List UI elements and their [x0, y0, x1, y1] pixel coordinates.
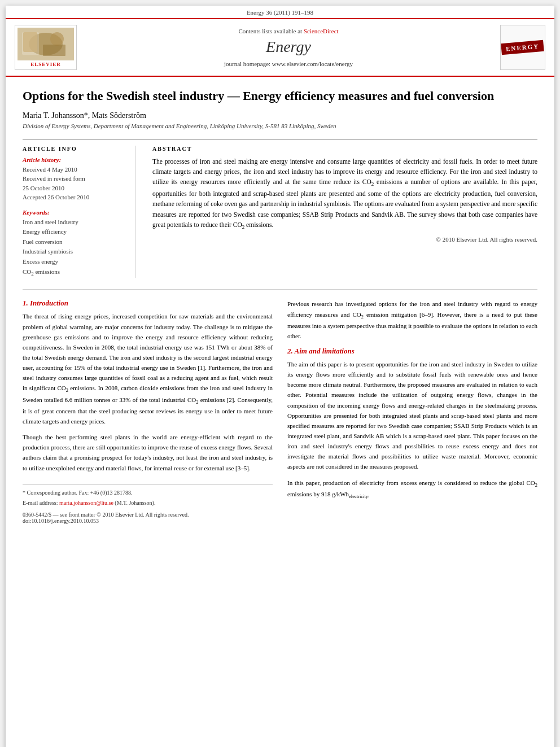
article-history-block: Article history: Received 4 May 2010 Rec…: [23, 156, 126, 202]
article-info-label: ARTICLE INFO: [23, 146, 126, 152]
sciencedirect-prefix: Contents lists available at: [238, 28, 302, 34]
keyword-5: Excess energy: [23, 257, 126, 267]
journal-top-bar: Energy 36 (2011) 191–198: [6, 6, 554, 19]
issn-block: 0360-5442/$ — see front matter © 2010 El…: [23, 512, 273, 524]
in-this-paper-para: In this paper, production of electricity…: [287, 478, 537, 500]
abstract-col: ABSTRACT The processes of iron and steel…: [152, 146, 537, 278]
journal-center-info: Contents lists available at ScienceDirec…: [82, 28, 495, 67]
footnote-email-label: E-mail address:: [23, 500, 58, 506]
elsevier-logo: ELSEVIER: [15, 25, 77, 70]
footnote-email-link[interactable]: maria.johansson@liu.se: [59, 500, 113, 506]
intro-para-2: Though the best performing steel plants …: [23, 432, 273, 473]
aim-para: The aim of this paper is to present oppo…: [287, 359, 537, 472]
article-title: Options for the Swedish steel industry —…: [23, 88, 537, 104]
intro-heading: 1. Introduction: [23, 299, 273, 308]
svg-rect-2: [23, 32, 37, 52]
section-divider: [23, 289, 537, 290]
svg-point-3: [50, 32, 64, 46]
elsevier-label: ELSEVIER: [30, 62, 61, 67]
copyright-line: © 2010 Elsevier Ltd. All rights reserved…: [152, 236, 537, 243]
keyword-4: Industrial symbiosis: [23, 247, 126, 257]
journal-header: ELSEVIER Contents lists available at Sci…: [6, 19, 554, 77]
footnote-email-line: E-mail address: maria.johansson@liu.se (…: [23, 499, 273, 507]
abstract-text: The processes of iron and steel making a…: [152, 156, 537, 231]
keywords-heading: Keywords:: [23, 209, 126, 216]
prev-research-para: Previous research has investigated optio…: [287, 299, 537, 341]
body-left-col: 1. Introduction The threat of rising ene…: [23, 299, 273, 523]
sciencedirect-line: Contents lists available at ScienceDirec…: [82, 28, 495, 34]
article-authors: Maria T. Johansson*, Mats Söderström: [23, 111, 537, 120]
keyword-2: Energy efficiency: [23, 227, 126, 237]
intro-para-1: The threat of rising energy prices, incr…: [23, 311, 273, 426]
keyword-3: Fuel conversion: [23, 237, 126, 247]
body-right-col: Previous research has investigated optio…: [287, 299, 537, 523]
article-content: Options for the Swedish steel industry —…: [6, 77, 554, 535]
keywords-block: Keywords: Iron and steel industry Energy…: [23, 209, 126, 278]
energy-logo-box: ENERGY: [500, 25, 545, 70]
journal-homepage: journal homepage: www.elsevier.com/locat…: [82, 60, 495, 67]
two-col-meta: ARTICLE INFO Article history: Received 4…: [23, 139, 537, 278]
energy-logo-inner: ENERGY: [501, 40, 545, 55]
issn-line: 0360-5442/$ — see front matter © 2010 El…: [23, 512, 273, 518]
doi-line: doi:10.1016/j.energy.2010.10.053: [23, 518, 273, 524]
journal-ref: Energy 36 (2011) 191–198: [247, 9, 313, 16]
footnote-block: * Corresponding author. Fax: +46 (0)13 2…: [23, 484, 273, 507]
keyword-1: Iron and steel industry: [23, 217, 126, 228]
footnote-star: * Corresponding author. Fax: +46 (0)13 2…: [23, 488, 273, 497]
journal-title: Energy: [82, 38, 495, 56]
article-info-col: ARTICLE INFO Article history: Received 4…: [23, 146, 135, 278]
history-text: Received 4 May 2010 Received in revised …: [23, 165, 126, 202]
article-affiliation: Division of Energy Systems, Department o…: [23, 123, 537, 129]
svg-rect-4: [43, 45, 65, 56]
aim-heading: 2. Aim and limitations: [287, 347, 537, 356]
abstract-label: ABSTRACT: [152, 146, 537, 152]
footnote-email-suffix: (M.T. Johansson).: [115, 500, 155, 506]
sciencedirect-link[interactable]: ScienceDirect: [304, 28, 339, 34]
body-columns: 1. Introduction The threat of rising ene…: [23, 299, 537, 523]
page: Energy 36 (2011) 191–198 ELSEVIER Conten…: [6, 6, 554, 747]
keyword-6: CO2 emissions: [23, 267, 126, 278]
history-heading: Article history:: [23, 156, 126, 163]
elsevier-image: [18, 28, 74, 60]
